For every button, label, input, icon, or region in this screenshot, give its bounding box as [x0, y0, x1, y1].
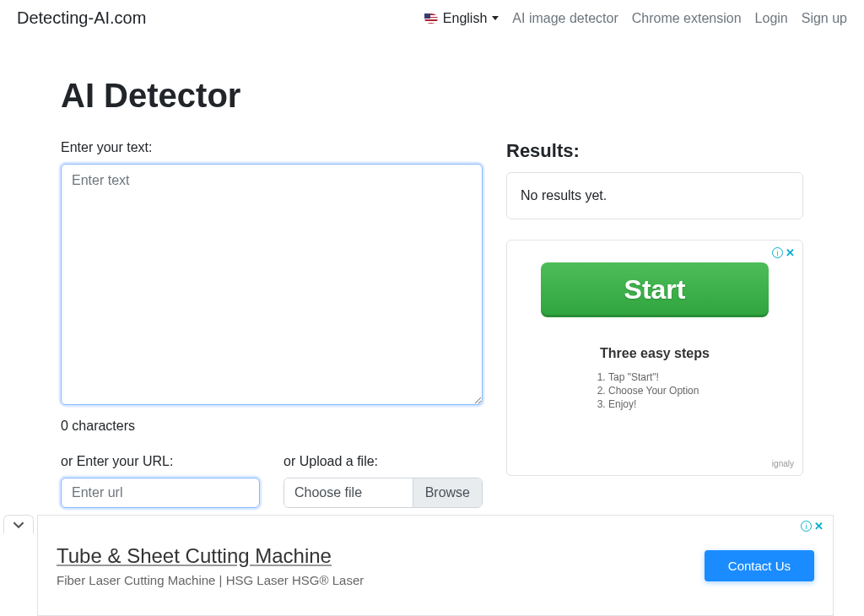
page-title: AI Detector	[61, 77, 803, 115]
nav-ai-image-detector[interactable]: AI image detector	[512, 11, 618, 26]
ad-close-icon[interactable]: ✕	[785, 247, 796, 258]
navbar: Detecting-AI.com English AI image detect…	[0, 0, 864, 36]
ad-close-icon[interactable]: ✕	[813, 521, 824, 532]
bottom-ad-title[interactable]: Tube & Sheet Cutting Machine	[57, 544, 705, 568]
contact-us-button[interactable]: Contact Us	[705, 550, 814, 581]
url-input-label: or Enter your URL:	[61, 454, 260, 469]
ad-subtitle: Three easy steps	[516, 346, 794, 361]
language-label: English	[443, 11, 487, 26]
ad-step: Tap "Start"!	[608, 371, 794, 383]
nav-chrome-extension[interactable]: Chrome extension	[632, 11, 742, 26]
nav-signup[interactable]: Sign up	[802, 11, 847, 26]
text-input-label: Enter your text:	[61, 140, 483, 155]
url-input[interactable]	[61, 478, 260, 508]
ad-step: Choose Your Option	[608, 385, 794, 397]
bottom-bar: i ✕ Tube & Sheet Cutting Machine Fiber L…	[0, 515, 864, 616]
file-input-label: or Upload a file:	[284, 454, 483, 469]
input-column: Enter your text: 0 characters or Enter y…	[61, 140, 483, 508]
collapse-ad-button[interactable]	[3, 515, 34, 533]
file-choose-label: Choose file	[284, 478, 413, 507]
text-input[interactable]	[61, 164, 483, 405]
nav-login[interactable]: Login	[755, 11, 788, 26]
ad-info-icon[interactable]: i	[801, 521, 812, 532]
sidebar-ad: i ✕ Start Three easy steps Tap "Start"! …	[506, 240, 803, 476]
ad-brand-label: ignaly	[772, 459, 794, 468]
bottom-ad: i ✕ Tube & Sheet Cutting Machine Fiber L…	[37, 515, 834, 616]
ad-info-icon[interactable]: i	[772, 247, 783, 258]
ad-start-button[interactable]: Start	[541, 262, 769, 317]
bottom-ad-subtitle: Fiber Laser Cutting Machine | HSG Laser …	[57, 573, 705, 587]
caret-down-icon	[492, 16, 499, 20]
ad-steps-list: Tap "Start"! Choose Your Option Enjoy!	[516, 371, 794, 410]
chevron-down-icon	[13, 519, 24, 531]
main-container: AI Detector Enter your text: 0 character…	[0, 77, 864, 508]
flag-us-icon	[424, 14, 438, 24]
character-count: 0 characters	[61, 419, 483, 434]
nav-right: English AI image detector Chrome extensi…	[424, 11, 847, 26]
brand-link[interactable]: Detecting-AI.com	[17, 8, 146, 28]
language-selector[interactable]: English	[424, 11, 499, 26]
browse-button[interactable]: Browse	[413, 478, 482, 507]
results-box: No results yet.	[506, 172, 803, 219]
file-input-group[interactable]: Choose file Browse	[284, 478, 483, 508]
ad-step: Enjoy!	[608, 398, 794, 410]
results-title: Results:	[506, 140, 803, 162]
results-column: Results: No results yet. i ✕ Start Three…	[506, 140, 803, 508]
